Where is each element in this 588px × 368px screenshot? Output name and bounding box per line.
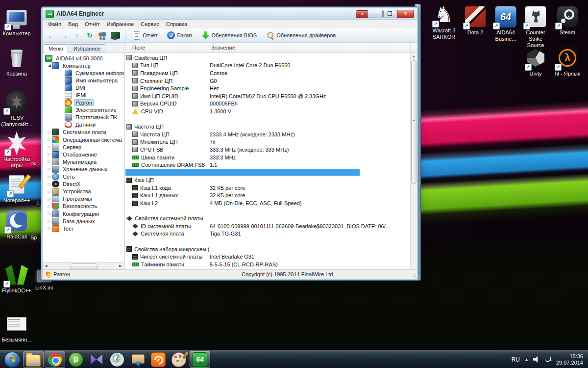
menu-item-2[interactable]: Отчёт [81,21,103,27]
table-row[interactable]: Множитель ЦП7x [124,138,410,146]
collapsed-arrow-icon[interactable]: ▷ [47,152,52,157]
desktop-icon-warcraft[interactable]: ♞↗Wacraft 3 SARKOR [428,3,460,40]
desktop-icon-notepadpp[interactable]: ↗Notepad++ [1,173,32,204]
tree-item-software[interactable]: ▷Программы [43,195,124,203]
forward-button[interactable]: → [58,30,70,41]
background-window-close-button[interactable]: x [356,10,369,18]
desktop-icon-skyrim[interactable]: ↗Настройка игры [1,131,32,169]
table-row[interactable]: Шина памяти333.3 MHz [124,154,410,161]
tree-item-motherboard[interactable]: ▷Системная плата [43,129,124,136]
desktop-icon-css[interactable]: ↗Counter Strike Source [520,5,551,49]
section-header-row[interactable]: Частота ЦП [124,123,410,131]
paint-taskbar-icon[interactable] [169,352,189,367]
toolbar-button[interactable]: Обновления BIOS [198,30,260,40]
explorer-taskbar-icon[interactable] [23,351,44,368]
collapsed-arrow-icon[interactable]: ▷ [47,197,52,201]
collapsed-arrow-icon[interactable]: ▷ [47,189,52,194]
tree-item-dmi[interactable]: DMI [43,84,124,91]
tree-item-sensors[interactable]: Датчики [43,121,124,129]
chrome-taskbar-icon[interactable] [45,351,65,368]
table-row[interactable]: CPU VID1.3500 V [124,107,410,115]
table-row[interactable]: Степпинг ЦПG0 [124,77,410,85]
section-header-row[interactable]: Свойства ЦП [124,54,410,62]
tree-item-laptop[interactable]: Портативный ПК [43,114,124,121]
table-row[interactable]: Кэш L24 МБ (On-Die, ECC, ASC, Full-Speed… [124,199,410,207]
scroll-right-arrow[interactable]: ▶ [117,264,124,268]
table-row[interactable]: Тип ЦПDualCore Intel Core 2 Duo E6550 [124,62,410,70]
horizontal-scrollbar[interactable]: ◀ ▶ [43,262,124,269]
collapsed-arrow-icon[interactable]: ▷ [47,159,52,164]
tab-menu[interactable]: Меню [44,44,68,53]
clock[interactable]: 15:36 29.07.2014 [556,353,583,366]
titlebar[interactable]: 64 AIDA64 Engineer x – x [43,8,417,20]
tree-item-network[interactable]: ▷Сеть [43,173,124,181]
vertical-scrollbar[interactable]: ▲ [410,53,417,269]
hscroll-track[interactable] [49,263,117,269]
hidden-icons-arrow[interactable]: ▲ [524,357,529,362]
collapsed-arrow-icon[interactable]: ▷ [47,145,52,149]
menu-item-5[interactable]: Справка [163,21,191,27]
refresh-button[interactable]: ↻ [84,30,96,41]
tree-item-security[interactable]: ▷Безопасность [43,203,124,210]
collapsed-arrow-icon[interactable]: ▷ [47,137,52,142]
menu-item-3[interactable]: Избранное [103,21,137,27]
table-row[interactable]: Кэш L1 кода32 КБ per core [124,184,410,192]
start-button[interactable] [2,352,22,367]
table-row[interactable]: Чипсет системной платыIntel Bearlake G31 [124,253,410,261]
toolbar-button[interactable]: Обновления драйверов [263,30,339,40]
collapsed-arrow-icon[interactable]: ▷ [47,175,52,179]
column-header[interactable]: Поле Значение [125,43,417,53]
collapsed-arrow-icon[interactable]: ▷ [47,130,52,134]
section-header-row[interactable]: Свойства системной платы [124,214,410,222]
section-header-row[interactable]: Свойства набора микросхем (... [124,245,410,253]
collapsed-arrow-icon[interactable]: ▷ [47,204,52,209]
aida64-taskbar-icon[interactable]: 64 [190,351,210,368]
scroll-up-arrow[interactable]: ▲ [411,53,417,59]
collapsed-arrow-icon[interactable]: ▷ [47,182,52,186]
desktop-icon-computer[interactable]: ↗Компьютер [1,6,32,37]
table-row[interactable]: Тайминги памяти5-5-5-15 (CL-RCD-RP-RAS) [124,261,410,268]
back-button[interactable]: ← [46,30,57,41]
section-header-row[interactable]: Кэш ЦП [124,177,410,184]
tree-item-os[interactable]: ▷Операционная система [43,136,124,143]
minimize-button[interactable]: – [368,10,383,18]
desktop-icon-untitled[interactable]: Безымянн... [1,312,32,343]
tree-item-database[interactable]: ▷База данных [43,217,124,225]
vscroll-thumb[interactable] [411,60,416,184]
table-row[interactable]: CPU FSB333.3 MHz (исходное: 333 MHz) [124,146,410,154]
tree-item-summary[interactable]: Суммарная информация [43,69,124,77]
collapsed-arrow-icon[interactable]: ▷ [47,219,52,223]
expanded-arrow-icon[interactable]: ◢ [47,63,52,68]
up-button[interactable]: ↑ [71,30,83,41]
menu-item-1[interactable]: Вид [65,21,81,27]
selected-row[interactable] [124,169,410,177]
table-row[interactable]: ID системной платы64-0100-009999-0010111… [124,222,410,230]
tree-item-overclock[interactable]: Разгон [43,99,124,106]
tree-item-power[interactable]: Электропитание [43,106,124,114]
maximize-button[interactable] [383,10,396,18]
tree-item-benchmark[interactable]: ▷Тест [43,225,124,232]
column-value[interactable]: Значение [208,43,235,53]
table-row[interactable]: Частота ЦП2333.4 MHz (исходное: 2333 MHz… [124,131,410,138]
collapsed-arrow-icon[interactable]: ▷ [47,167,52,171]
collapsed-arrow-icon[interactable]: ▷ [47,226,52,231]
tree-item-devices[interactable]: ▷Устройства [43,188,124,195]
tree-item-aida64[interactable]: 64AIDA64 v4.50.3000 [43,54,124,62]
language-indicator[interactable]: RU [512,356,520,363]
table-row[interactable]: Версия CPUID000006FBh [124,100,410,108]
table-row[interactable]: Кэш L1 данных32 КБ per core [124,192,410,200]
tree-item-directx[interactable]: ▷xDirectX [43,181,124,188]
menu-item-0[interactable]: Файл [45,21,65,27]
desktop-icon-dota2[interactable]: ↗Dota 2 [460,5,491,36]
kmplayer-taskbar-icon[interactable] [87,352,106,367]
desktop-icon-flylink[interactable]: ↗FlylinkDC++ [1,263,32,294]
column-field[interactable]: Поле [132,45,145,51]
tree-item-storage[interactable]: ▷Хранение данных [43,165,124,173]
tree-item-multimedia[interactable]: ▷Мультимедиа [43,158,124,165]
speedometer-taskbar-icon[interactable] [148,352,168,367]
desktop-icon-raidcall[interactable]: ↗RaidCall [1,209,32,240]
table-row[interactable]: Соотношение DRAM:FSB1:1 [124,161,410,169]
tree-item-display[interactable]: ▷Отображение [43,151,124,158]
desktop-icon-halflife[interactable]: λ↗hl - Ярлык [552,46,583,77]
menu-item-4[interactable]: Сервис [137,21,163,27]
